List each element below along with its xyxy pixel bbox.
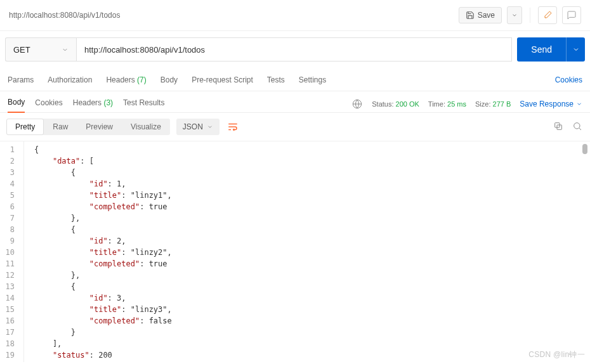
copy-button[interactable] bbox=[553, 121, 563, 133]
copy-icon bbox=[553, 121, 563, 131]
size-block: Size: 277 B bbox=[475, 100, 511, 108]
tab-params[interactable]: Params bbox=[8, 70, 34, 91]
cookies-link[interactable]: Cookies bbox=[555, 70, 582, 91]
comment-button[interactable] bbox=[562, 6, 581, 24]
resp-tab-body[interactable]: Body bbox=[8, 95, 25, 113]
save-response-dropdown[interactable]: Save Response bbox=[520, 100, 582, 108]
svg-line-7 bbox=[579, 128, 581, 130]
chevron-down-icon bbox=[572, 46, 580, 53]
view-mode-group: Pretty Raw Preview Visualize bbox=[6, 119, 170, 135]
search-icon bbox=[572, 121, 582, 131]
http-method-select[interactable]: GET bbox=[5, 37, 76, 62]
send-dropdown[interactable] bbox=[566, 37, 585, 62]
tab-settings[interactable]: Settings bbox=[299, 70, 326, 91]
format-select[interactable]: JSON bbox=[176, 119, 220, 135]
comment-icon bbox=[567, 10, 577, 20]
response-body[interactable]: 12345678910111213141516171819 { "data": … bbox=[0, 141, 590, 362]
resp-headers-count: (3) bbox=[103, 98, 113, 107]
pencil-icon bbox=[542, 10, 553, 20]
save-button[interactable]: Save bbox=[459, 7, 502, 23]
line-gutter: 12345678910111213141516171819 bbox=[0, 141, 24, 362]
resp-tab-test-results[interactable]: Test Results bbox=[123, 96, 164, 112]
headers-count: (7) bbox=[137, 75, 147, 84]
chevron-down-icon bbox=[576, 101, 582, 107]
wrap-icon bbox=[227, 121, 239, 133]
tab-authorization[interactable]: Authorization bbox=[48, 70, 92, 91]
search-button[interactable] bbox=[572, 121, 582, 133]
time-block: Time: 25 ms bbox=[428, 100, 466, 108]
save-icon bbox=[466, 11, 475, 20]
divider bbox=[530, 8, 530, 23]
request-title: http://localhost:8080/api/v1/todos bbox=[9, 11, 459, 20]
chevron-down-icon bbox=[207, 124, 213, 130]
url-input[interactable] bbox=[76, 37, 512, 62]
view-preview[interactable]: Preview bbox=[77, 119, 122, 135]
save-label: Save bbox=[478, 11, 495, 20]
view-raw[interactable]: Raw bbox=[44, 119, 77, 135]
chevron-down-icon bbox=[511, 12, 518, 18]
tab-headers[interactable]: Headers (7) bbox=[106, 70, 146, 91]
tab-body[interactable]: Body bbox=[161, 70, 178, 91]
resp-tab-cookies[interactable]: Cookies bbox=[35, 96, 62, 112]
save-dropdown[interactable] bbox=[507, 6, 522, 24]
tab-tests[interactable]: Tests bbox=[267, 70, 285, 91]
edit-button[interactable] bbox=[538, 6, 557, 24]
wrap-lines-button[interactable] bbox=[223, 118, 242, 136]
tab-prerequest[interactable]: Pre-request Script bbox=[192, 70, 253, 91]
view-visualize[interactable]: Visualize bbox=[122, 119, 170, 135]
scrollbar-thumb[interactable] bbox=[582, 144, 587, 154]
send-button[interactable]: Send bbox=[517, 37, 566, 62]
http-method-value: GET bbox=[13, 45, 30, 55]
code-content: { "data": [ { "id": 1, "title": "linzy1"… bbox=[24, 141, 590, 362]
view-pretty[interactable]: Pretty bbox=[6, 119, 44, 135]
resp-tab-headers[interactable]: Headers (3) bbox=[73, 96, 113, 112]
network-icon[interactable] bbox=[351, 98, 363, 110]
status-block: Status: 200 OK bbox=[372, 100, 419, 108]
svg-point-6 bbox=[574, 122, 580, 128]
chevron-down-icon bbox=[62, 46, 69, 53]
